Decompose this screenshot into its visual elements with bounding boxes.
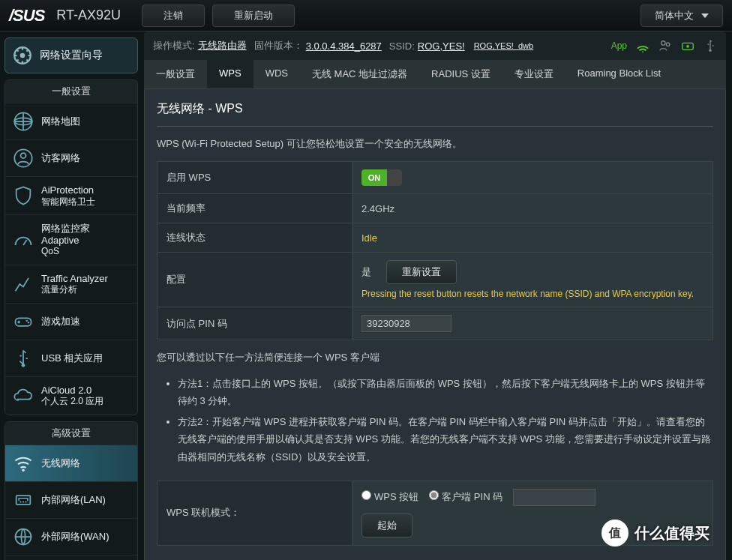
row-enable-wps: 启用 WPS ON <box>158 162 713 194</box>
globe-icon <box>13 111 34 132</box>
network-wizard-button[interactable]: 网络设置向导 <box>4 37 138 73</box>
usb-status-icon[interactable] <box>704 39 717 52</box>
label-configured: 配置 <box>158 253 352 307</box>
radio-client-pin[interactable] <box>429 490 439 500</box>
tab-mac-filter[interactable]: 无线 MAC 地址过滤器 <box>300 60 419 88</box>
svg-point-19 <box>686 45 689 48</box>
page-title: 无线网络 - WPS <box>157 101 713 127</box>
svg-point-20 <box>709 49 712 52</box>
label-frequency: 当前频率 <box>158 194 352 223</box>
watermark-icon: 值 <box>602 520 628 547</box>
chevron-down-icon <box>701 13 709 18</box>
value-configured: 是 <box>362 266 371 277</box>
label-enable-wps: 启用 WPS <box>158 162 352 194</box>
tab-wds[interactable]: WDS <box>254 60 300 88</box>
advanced-panel: 高级设置 无线网络 内部网络(LAN) 外部网络(WAN) Alexa & IF… <box>4 421 138 560</box>
brand-logo: /SUS <box>9 6 44 25</box>
sidebar-item-label: 游戏加速 <box>41 316 80 328</box>
row-pin: 访问点 PIN 码 <box>158 307 713 340</box>
guest-icon <box>13 148 34 169</box>
wan-icon <box>13 526 34 547</box>
logout-button[interactable]: 注销 <box>142 4 205 27</box>
radio-wps-button[interactable] <box>362 490 371 500</box>
sidebar-item-label: 网络地图 <box>41 115 80 127</box>
sidebar-item-label: 内部网络(LAN) <box>41 494 106 506</box>
settings-table: 启用 WPS ON 当前频率 2.4GHz 连线状态 Idle 配置 是 重新设… <box>157 161 713 340</box>
sidebar-item-wireless[interactable]: 无线网络 <box>5 445 137 481</box>
sidebar-item-alexa[interactable]: Alexa & IFTTT <box>5 555 137 560</box>
client-pin-input[interactable] <box>513 489 596 506</box>
svg-point-15 <box>642 51 644 52</box>
topbar: /SUS RT-AX92U 注销 重新启动 简体中文 <box>0 0 732 31</box>
fw-label: 固件版本： <box>254 39 303 52</box>
radio-client-pin-label[interactable]: 客户端 PIN 码 <box>429 490 502 504</box>
radio-wps-button-label[interactable]: WPS 按钮 <box>362 490 418 504</box>
svg-point-10 <box>22 469 25 472</box>
label-wps-mode: WPS 联机模式： <box>158 481 352 545</box>
sidebar-item-network-map[interactable]: 网络地图 <box>5 103 137 139</box>
tab-professional[interactable]: 专业设置 <box>502 60 566 88</box>
row-connection-status: 连线状态 Idle <box>158 223 713 253</box>
svg-point-1 <box>20 53 26 58</box>
content-panel: 无线网络 - WPS WPS (Wi-Fi Protected Setup) 可… <box>144 88 726 560</box>
general-panel: 一般设置 网络地图 访客网络 AiProtection智能网络卫士 网络监控家 … <box>4 79 138 415</box>
ssid-label: SSID: <box>389 40 415 52</box>
app-label[interactable]: App <box>611 40 627 51</box>
status-icon[interactable] <box>681 39 694 52</box>
gamepad-icon <box>13 311 34 332</box>
usb-icon <box>13 348 34 369</box>
sidebar-item-usb[interactable]: USB 相关应用 <box>5 340 137 376</box>
sidebar-item-lan[interactable]: 内部网络(LAN) <box>5 481 137 518</box>
enable-wps-toggle[interactable]: ON <box>362 169 402 186</box>
svg-point-9 <box>22 364 26 367</box>
label-pin: 访问点 PIN 码 <box>158 307 352 340</box>
client-icon[interactable] <box>658 39 672 52</box>
sidebar: 网络设置向导 一般设置 网络地图 访客网络 AiProtection智能网络卫士… <box>0 31 142 560</box>
sidebar-item-guest-network[interactable]: 访客网络 <box>5 139 137 176</box>
method-1: 方法1：点击接口上的 WPS 按钮。（或按下路由器后面板的 WPS 按钮），然后… <box>178 375 713 410</box>
svg-point-17 <box>666 43 670 46</box>
svg-point-7 <box>26 319 28 321</box>
method-2: 方法2：开始客户端 WPS 进程并获取客户端 PIN 码。在客户端 PIN 码栏… <box>178 413 713 466</box>
mode-label: 操作模式: <box>153 39 195 52</box>
reboot-button[interactable]: 重新启动 <box>212 4 295 27</box>
language-dropdown[interactable]: 简体中文 <box>640 4 723 27</box>
wifi-icon <box>13 453 34 474</box>
svg-point-16 <box>662 41 665 45</box>
sidebar-item-wan[interactable]: 外部网络(WAN) <box>5 518 137 555</box>
tab-wps[interactable]: WPS <box>207 60 254 88</box>
mode-value[interactable]: 无线路由器 <box>198 39 247 52</box>
tab-general[interactable]: 一般设置 <box>144 60 207 88</box>
signal-icon[interactable] <box>636 39 650 52</box>
tab-roaming[interactable]: Roaming Block List <box>566 60 673 88</box>
language-label: 简体中文 <box>655 9 694 22</box>
gear-icon <box>13 46 32 65</box>
pin-input[interactable] <box>362 315 452 332</box>
svg-point-5 <box>21 153 26 158</box>
fw-value[interactable]: 3.0.0.4.384_6287 <box>306 40 382 52</box>
meter-icon <box>13 229 34 250</box>
svg-point-8 <box>28 322 29 323</box>
watermark: 值 什么值得买 <box>602 520 710 547</box>
main-area: 操作模式: 无线路由器 固件版本： 3.0.0.4.384_6287 SSID:… <box>142 31 732 560</box>
sidebar-item-traffic[interactable]: Traffic Analyzer流量分析 <box>5 265 137 303</box>
sidebar-item-qos[interactable]: 网络监控家 AdaptiveQoS <box>5 214 137 265</box>
shield-icon <box>13 185 34 206</box>
reset-button[interactable]: 重新设置 <box>386 260 457 284</box>
methods-list: 方法1：点击接口上的 WPS 按钮。（或按下路由器后面板的 WPS 按钮），然后… <box>157 375 713 481</box>
sidebar-item-aiprotection[interactable]: AiProtection智能网络卫士 <box>5 176 137 214</box>
general-panel-title: 一般设置 <box>5 80 137 103</box>
sidebar-item-label: 访客网络 <box>41 152 80 164</box>
row-frequency: 当前频率 2.4GHz <box>158 194 713 223</box>
start-button[interactable]: 起始 <box>362 514 412 538</box>
status-bar: 操作模式: 无线路由器 固件版本： 3.0.0.4.384_6287 SSID:… <box>144 31 726 60</box>
methods-intro: 您可以透过以下任一方法简便连接一个 WPS 客户端 <box>157 351 713 364</box>
cloud-icon <box>13 385 34 406</box>
sidebar-item-game[interactable]: 游戏加速 <box>5 303 137 340</box>
reset-hint: Pressing the reset button resets the net… <box>362 289 704 299</box>
sidebar-item-aicloud[interactable]: AiCloud 2.0个人云 2.0 应用 <box>5 376 137 415</box>
tab-radius[interactable]: RADIUS 设置 <box>419 60 502 88</box>
ssid2: ROG,YES!_dwb <box>474 41 533 50</box>
value-connection-status: Idle <box>352 223 713 253</box>
advanced-panel-title: 高级设置 <box>5 422 137 445</box>
